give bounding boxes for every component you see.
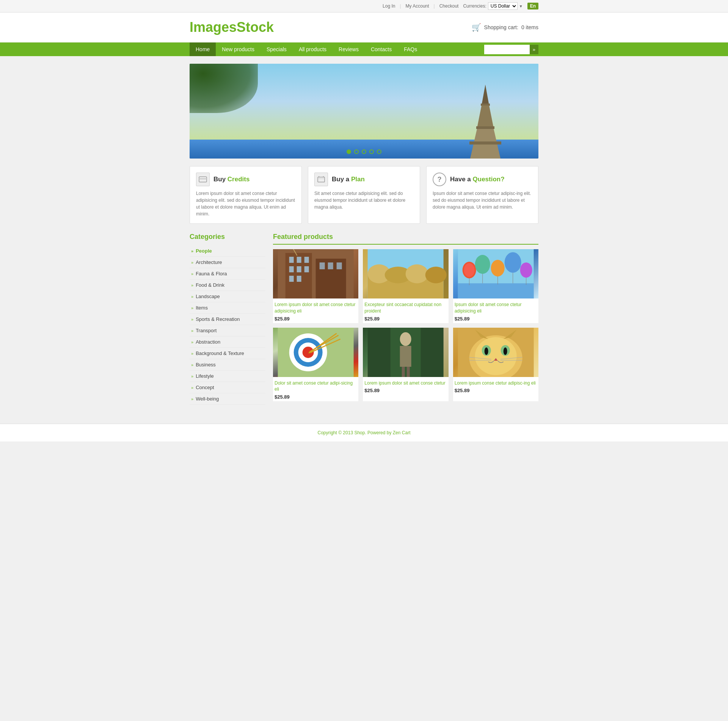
dot-5[interactable] [377,149,381,154]
logo[interactable]: ImagesStock [190,19,274,35]
my-account-link[interactable]: My Account [406,3,429,9]
list-item: »Concept [190,382,265,393]
svg-rect-33 [458,283,533,298]
svg-point-9 [318,176,320,178]
sidebar-item-architecture[interactable]: »Architecture [190,257,265,268]
sidebar-item-sports[interactable]: »Sports & Recreation [190,314,265,325]
cart-icon: 🛒 [472,23,481,32]
plan-body: Sit amet conse ctetur adipisicing elit. … [314,190,414,210]
product-card[interactable]: Excepteur sint occaecat cupidatat non pr… [363,249,448,323]
question-icon: ? [433,173,446,186]
arrow-icon: » [191,374,193,379]
nav-reviews[interactable]: Reviews [333,42,365,56]
product-price: $25.89 [455,316,537,322]
list-item: »Transport [190,325,265,336]
featured-products: Featured products [273,233,538,405]
logo-highlight: Stock [237,19,274,35]
nav-home[interactable]: Home [190,42,216,56]
nav-new-products[interactable]: New products [216,42,260,56]
question-title: Have a Question? [450,176,505,183]
list-item: »Business [190,359,265,371]
svg-marker-0 [482,85,489,105]
nav-all-products[interactable]: All products [293,42,333,56]
sidebar-item-food-drink[interactable]: »Food & Drink [190,280,265,291]
svg-point-10 [323,176,324,178]
arrow-icon: » [191,260,193,265]
product-card[interactable]: Lorem ipsum conse ctetur adipisc-ing eli… [453,328,538,402]
sidebar-item-wellbeing[interactable]: »Well-being [190,393,265,404]
product-card[interactable]: Lorem ipsum dolor sit amet conse ctetur … [273,249,358,323]
credits-title: Buy Credits [213,176,249,183]
sidebar-item-lifestyle[interactable]: »Lifestyle [190,371,265,382]
sidebar-item-business[interactable]: »Business [190,359,265,370]
sidebar-item-landscape[interactable]: »Landscape [190,291,265,302]
product-title[interactable]: Excepteur sint occaecat cupidatat non pr… [364,302,447,314]
hero-slider [190,64,538,159]
svg-rect-21 [297,276,301,282]
product-title[interactable]: Lorem ipsum dolor sit amet conse ctetur [364,380,447,386]
product-card[interactable]: Lorem ipsum dolor sit amet conse ctetur … [363,328,448,402]
product-thumbnail [273,249,358,298]
arrow-icon: » [191,306,193,310]
product-title[interactable]: Lorem ipsum conse ctetur adipisc-ing eli [455,380,537,386]
nav-contacts[interactable]: Contacts [365,42,398,56]
product-title[interactable]: Lorem ipsum dolor sit amet conse ctetur … [275,302,357,314]
svg-point-43 [520,262,532,278]
product-card[interactable]: Ipsum dolor sit amet conse ctetur adipis… [453,249,538,323]
info-box-question: ? Have a Question? Ipsum dolor sit amet … [426,166,538,224]
categories-heading: Categories [190,233,265,241]
sidebar-item-abstraction[interactable]: »Abstraction [190,336,265,347]
product-title[interactable]: Dolor sit amet conse ctetur adipi-sicing… [275,380,357,393]
sidebar-item-transport[interactable]: »Transport [190,325,265,336]
search-button[interactable]: » [530,45,538,54]
arrow-icon: » [191,363,193,367]
svg-point-37 [475,255,490,274]
main-nav: Home New products Specials All products … [0,42,728,56]
svg-rect-14 [289,257,294,263]
dot-4[interactable] [369,149,374,154]
search-input[interactable] [484,45,530,54]
header: ImagesStock 🛒 Shopping cart: 0 items [0,13,728,42]
arrow-icon: » [191,397,193,401]
credits-body: Lorem ipsum dolor sit amet conse ctetur … [196,190,295,217]
sidebar-item-items[interactable]: »Items [190,302,265,313]
arrow-icon: » [191,328,193,333]
product-card[interactable]: Dolor sit amet conse ctetur adipi-sicing… [273,328,358,402]
language-button[interactable]: En [527,3,538,9]
nav-specials[interactable]: Specials [260,42,293,56]
product-price: $25.89 [364,316,447,322]
nav-faqs[interactable]: FAQs [398,42,423,56]
login-link[interactable]: Log In [383,3,395,9]
product-price: $25.89 [364,388,447,393]
featured-heading: Featured products [273,233,538,245]
slider-dots [347,149,381,154]
currency-selector: Currencies: US Dollar ▼ [463,2,522,10]
dot-1[interactable] [347,149,351,154]
sidebar-item-fauna-flora[interactable]: »Fauna & Flora [190,268,265,279]
svg-rect-19 [304,266,309,272]
logo-text: Images [190,19,237,35]
checkout-link[interactable]: Checkout [439,3,459,9]
arrow-icon: » [191,317,193,322]
product-title[interactable]: Ipsum dolor sit amet conse ctetur adipis… [455,302,537,314]
question-body: Ipsum dolor sit amet conse ctetur adipis… [433,190,532,210]
product-thumbnail [453,249,538,298]
sidebar-item-background-texture[interactable]: »Background & Texture [190,348,265,359]
eiffel-tower-icon [463,83,508,159]
currency-dropdown[interactable]: US Dollar [488,2,518,10]
arrow-icon: » [191,351,193,356]
arrow-icon: » [191,283,193,287]
sidebar-item-concept[interactable]: »Concept [190,382,265,393]
dot-3[interactable] [362,149,366,154]
sidebar-item-people[interactable]: »People [190,245,265,256]
list-item: »Abstraction [190,336,265,348]
dot-2[interactable] [354,149,359,154]
svg-rect-18 [297,266,301,272]
footer: Copyright © 2013 Shop. Powered by Zen Ca… [0,424,728,441]
credits-icon [196,173,210,186]
cart-area[interactable]: 🛒 Shopping cart: 0 items [472,23,538,32]
product-thumbnail [363,328,448,377]
plan-icon [314,173,328,186]
svg-rect-7 [199,178,207,179]
product-price: $25.89 [275,316,357,322]
